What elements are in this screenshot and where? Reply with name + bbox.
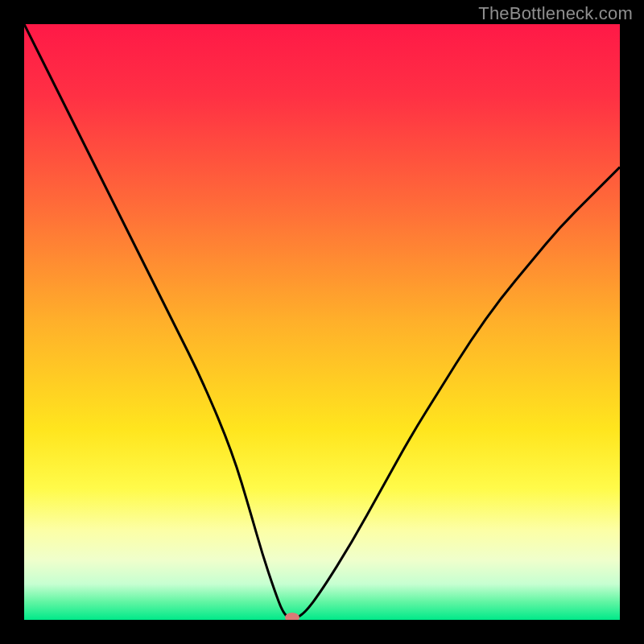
chart-svg — [24, 24, 620, 620]
plot-area — [24, 24, 620, 620]
attribution-label: TheBottleneck.com — [478, 3, 633, 24]
chart-frame: TheBottleneck.com — [0, 0, 644, 644]
gradient-background — [24, 24, 620, 620]
